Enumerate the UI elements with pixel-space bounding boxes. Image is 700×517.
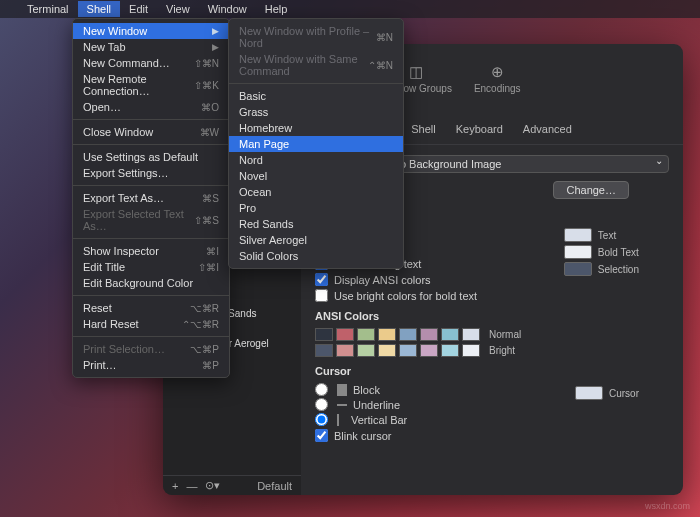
menu-item[interactable]: Open…⌘O bbox=[73, 99, 229, 115]
cursor-color-swatch[interactable] bbox=[575, 386, 603, 400]
encodings-icon: ⊕ bbox=[487, 63, 507, 81]
vbar-icon bbox=[337, 414, 345, 426]
menubar-window[interactable]: Window bbox=[199, 1, 256, 17]
menu-item[interactable]: New Command…⇧⌘N bbox=[73, 55, 229, 71]
submenu-profile[interactable]: Homebrew bbox=[229, 120, 403, 136]
ansi-swatch[interactable] bbox=[420, 344, 438, 357]
submenu-profile[interactable]: Nord bbox=[229, 152, 403, 168]
cursor-swatch-label: Cursor bbox=[609, 388, 639, 399]
submenu-profile[interactable]: Solid Colors bbox=[229, 248, 403, 264]
radio-label: Vertical Bar bbox=[351, 414, 407, 426]
selection-color-swatch[interactable] bbox=[564, 262, 592, 276]
cursor-vbar-radio[interactable]: Vertical Bar bbox=[315, 413, 669, 426]
submenu-profile[interactable]: Ocean bbox=[229, 184, 403, 200]
menu-item[interactable]: Print…⌘P bbox=[73, 357, 229, 373]
ansi-swatch[interactable] bbox=[315, 328, 333, 341]
submenu-profile[interactable]: Basic bbox=[229, 88, 403, 104]
ansi-swatch[interactable] bbox=[399, 328, 417, 341]
toolbar-label: Encodings bbox=[474, 83, 521, 94]
chk-label: Blink cursor bbox=[334, 430, 391, 442]
swatch-sel-label: Selection bbox=[598, 264, 639, 275]
menu-item[interactable]: Close Window⌘W bbox=[73, 124, 229, 140]
menu-item[interactable]: New Window▶ bbox=[73, 23, 229, 39]
ansi-normal-row: Normal bbox=[315, 328, 669, 341]
ansi-row-label: Bright bbox=[489, 345, 515, 356]
ansi-swatch[interactable] bbox=[336, 344, 354, 357]
ansi-row-label: Normal bbox=[489, 329, 521, 340]
submenu-profile[interactable]: Silver Aerogel bbox=[229, 232, 403, 248]
tab-keyboard[interactable]: Keyboard bbox=[446, 120, 513, 138]
menu-item: Print Selection…⌥⌘P bbox=[73, 341, 229, 357]
underline-icon bbox=[337, 404, 347, 406]
swatch-text-label: Text bbox=[598, 230, 616, 241]
ansi-swatch[interactable] bbox=[378, 344, 396, 357]
radio-label: Block bbox=[353, 384, 380, 396]
ansi-swatch[interactable] bbox=[315, 344, 333, 357]
shell-menu-dropdown: New Window▶New Tab▶New Command…⇧⌘NNew Re… bbox=[72, 18, 230, 378]
menu-item: Export Selected Text As…⇧⌘S bbox=[73, 206, 229, 234]
submenu-header: New Window with Same Command⌃⌘N bbox=[229, 51, 403, 79]
menubar-edit[interactable]: Edit bbox=[120, 1, 157, 17]
set-default-button[interactable]: Default bbox=[254, 480, 295, 492]
ansi-bright-row: Bright bbox=[315, 344, 669, 357]
cursor-blink-chk[interactable]: Blink cursor bbox=[315, 429, 669, 442]
menu-item[interactable]: Edit Title⇧⌘I bbox=[73, 259, 229, 275]
ansi-swatch[interactable] bbox=[441, 344, 459, 357]
menubar: Terminal Shell Edit View Window Help bbox=[0, 0, 700, 18]
submenu-profile[interactable]: Red Sands bbox=[229, 216, 403, 232]
ansi-swatch[interactable] bbox=[462, 328, 480, 341]
menu-item[interactable]: Reset⌥⌘R bbox=[73, 300, 229, 316]
watermark: wsxdn.com bbox=[645, 501, 690, 511]
menubar-help[interactable]: Help bbox=[256, 1, 297, 17]
ansi-swatch[interactable] bbox=[441, 328, 459, 341]
chk-label: Display ANSI colors bbox=[334, 274, 431, 286]
tab-advanced[interactable]: Advanced bbox=[513, 120, 582, 138]
cursor-section-title: Cursor bbox=[315, 365, 669, 377]
submenu-profile[interactable]: Grass bbox=[229, 104, 403, 120]
swatch-bold-label: Bold Text bbox=[598, 247, 639, 258]
submenu-profile[interactable]: Man Page bbox=[229, 136, 403, 152]
ansi-swatch[interactable] bbox=[336, 328, 354, 341]
radio-label: Underline bbox=[353, 399, 400, 411]
new-window-submenu: New Window with Profile – Nord⌘NNew Wind… bbox=[228, 18, 404, 269]
text-color-swatch[interactable] bbox=[564, 228, 592, 242]
menubar-view[interactable]: View bbox=[157, 1, 199, 17]
ansi-swatch[interactable] bbox=[399, 344, 417, 357]
menu-item[interactable]: New Remote Connection…⇧⌘K bbox=[73, 71, 229, 99]
ansi-swatch[interactable] bbox=[378, 328, 396, 341]
menu-item[interactable]: Export Settings… bbox=[73, 165, 229, 181]
menu-item[interactable]: New Tab▶ bbox=[73, 39, 229, 55]
menubar-shell[interactable]: Shell bbox=[78, 1, 120, 17]
menubar-app[interactable]: Terminal bbox=[18, 1, 78, 17]
menu-item[interactable]: Show Inspector⌘I bbox=[73, 243, 229, 259]
ansi-swatch[interactable] bbox=[420, 328, 438, 341]
toolbar-encodings[interactable]: ⊕ Encodings bbox=[474, 63, 521, 94]
ansi-swatch[interactable] bbox=[357, 328, 375, 341]
ansi-swatch[interactable] bbox=[357, 344, 375, 357]
ansi-swatch[interactable] bbox=[462, 344, 480, 357]
background-image-select[interactable]: No Background Image bbox=[383, 155, 669, 173]
change-button[interactable]: Change… bbox=[553, 181, 629, 199]
submenu-header: New Window with Profile – Nord⌘N bbox=[229, 23, 403, 51]
chk-label: Use bright colors for bold text bbox=[334, 290, 477, 302]
profile-actions-menu[interactable]: ⊙▾ bbox=[202, 479, 223, 492]
profile-list-toolbar: + — ⊙▾ Default bbox=[163, 475, 301, 495]
remove-profile-button[interactable]: — bbox=[183, 480, 200, 492]
submenu-profile[interactable]: Novel bbox=[229, 168, 403, 184]
menu-item[interactable]: Edit Background Color bbox=[73, 275, 229, 291]
ansi-section-title: ANSI Colors bbox=[315, 310, 669, 322]
block-icon bbox=[337, 384, 347, 396]
window-groups-icon: ◫ bbox=[406, 63, 426, 81]
menu-item[interactable]: Hard Reset⌃⌥⌘R bbox=[73, 316, 229, 332]
bold-color-swatch[interactable] bbox=[564, 245, 592, 259]
submenu-profile[interactable]: Pro bbox=[229, 200, 403, 216]
menu-item[interactable]: Use Settings as Default bbox=[73, 149, 229, 165]
chk-bright[interactable]: Use bright colors for bold text bbox=[315, 289, 669, 302]
menu-item[interactable]: Export Text As…⌘S bbox=[73, 190, 229, 206]
add-profile-button[interactable]: + bbox=[169, 480, 181, 492]
tab-shell[interactable]: Shell bbox=[401, 120, 445, 138]
